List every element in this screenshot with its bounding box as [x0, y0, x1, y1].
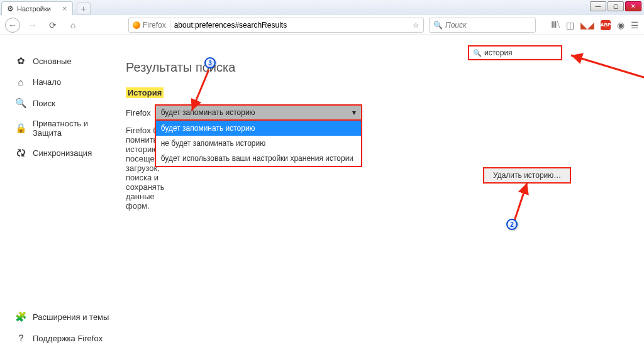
- window-controls: — ▢ ✕: [590, 1, 641, 11]
- url-input[interactable]: [174, 21, 409, 30]
- search-input[interactable]: [445, 21, 531, 30]
- content: ✿ Основные ⌂ Начало 🔍 Поиск 🔒 Приватност…: [0, 35, 644, 362]
- callout-arrow-1: [566, 50, 644, 82]
- forward-button[interactable]: →: [25, 18, 40, 33]
- sidebar-item-home[interactable]: ⌂ Начало: [15, 72, 113, 92]
- search-icon: 🔍: [433, 21, 443, 30]
- svg-line-0: [571, 55, 644, 79]
- sidebar-item-privacy[interactable]: 🔒 Приватность и Защита: [15, 114, 113, 143]
- pocket-icon[interactable]: ◣◢: [580, 20, 594, 30]
- main-pane: 🔍 история Результаты поиска История Fire…: [113, 35, 644, 362]
- dropdown-option[interactable]: будет использовать ваши настройки хранен…: [156, 151, 361, 166]
- chevron-down-icon: ▾: [352, 108, 356, 117]
- reload-button[interactable]: ⟳: [45, 18, 60, 33]
- section-title-history: История: [126, 87, 164, 98]
- svg-line-1: [514, 183, 527, 221]
- callout-arrow-3: [189, 67, 214, 117]
- search-icon: 🔍: [15, 97, 26, 109]
- maximize-button[interactable]: ▢: [608, 1, 624, 11]
- callout-arrow-2: [508, 180, 533, 224]
- titlebar: ⚙ Настройки × + — ▢ ✕: [0, 0, 644, 15]
- sidebar-item-sync[interactable]: 🗘 Синхронизация: [15, 143, 113, 163]
- pref-search-value: история: [484, 48, 513, 57]
- callout-3: 3: [204, 57, 216, 69]
- home-button[interactable]: ⌂: [65, 18, 80, 33]
- back-button[interactable]: ←: [5, 18, 20, 33]
- search-icon: 🔍: [473, 49, 482, 57]
- sidebar: ✿ Основные ⌂ Начало 🔍 Поиск 🔒 Приватност…: [0, 35, 113, 362]
- navbar: ← → ⟳ ⌂ Firefox ☆ 🔍 Ⅲ\ ◫ ◣◢ ABP ◉ ☰: [0, 15, 644, 35]
- svg-line-2: [192, 70, 209, 111]
- sidebar-item-support[interactable]: ？ Поддержка Firefox: [15, 327, 113, 349]
- question-icon: ？: [15, 332, 26, 344]
- library-icon[interactable]: Ⅲ\: [551, 19, 560, 30]
- sidebar-item-label: Синхронизация: [33, 148, 92, 158]
- sidebar-toggle-icon[interactable]: ◫: [566, 20, 574, 30]
- firefox-logo-icon: [133, 21, 140, 29]
- sidebar-item-label: Приватность и Защита: [33, 119, 113, 138]
- sidebar-item-label: Начало: [33, 77, 61, 87]
- home-icon: ⌂: [15, 77, 26, 87]
- callout-2: 2: [506, 219, 518, 230]
- abp-icon[interactable]: ABP: [601, 20, 611, 30]
- puzzle-icon: 🧩: [15, 311, 26, 322]
- dropdown-option[interactable]: не будет запоминать историю: [156, 136, 361, 151]
- close-window-button[interactable]: ✕: [625, 1, 641, 11]
- tab-close-icon[interactable]: ×: [62, 4, 67, 13]
- sidebar-item-label: Поддержка Firefox: [33, 334, 103, 343]
- sync-icon: 🗘: [15, 148, 26, 158]
- dropdown-option[interactable]: будет запоминать историю: [156, 121, 361, 136]
- lock-icon: 🔒: [15, 123, 26, 134]
- sidebar-item-label: Основные: [33, 57, 72, 66]
- sidebar-item-label: Поиск: [33, 99, 55, 108]
- history-dropdown[interactable]: будет запоминать историю ▾ будет запомин…: [155, 104, 362, 121]
- profile-icon[interactable]: ◉: [617, 20, 625, 30]
- identity-box[interactable]: Firefox: [133, 21, 170, 30]
- sidebar-item-search[interactable]: 🔍 Поиск: [15, 92, 113, 114]
- history-row-prefix: Firefox: [126, 108, 151, 118]
- search-bar[interactable]: 🔍: [429, 18, 536, 33]
- sidebar-item-general[interactable]: ✿ Основные: [15, 50, 113, 72]
- dropdown-button[interactable]: будет запоминать историю ▾: [155, 104, 362, 121]
- gear-icon: ✿: [15, 55, 26, 67]
- sidebar-item-label: Расширения и темы: [33, 312, 109, 322]
- dropdown-list: будет запоминать историю не будет запоми…: [155, 121, 362, 167]
- minimize-button[interactable]: —: [590, 1, 606, 11]
- bookmark-star-icon[interactable]: ☆: [413, 21, 419, 30]
- sidebar-item-extensions[interactable]: 🧩 Расширения и темы: [15, 306, 113, 327]
- browser-tab[interactable]: ⚙ Настройки ×: [1, 1, 73, 15]
- new-tab-button[interactable]: +: [77, 3, 91, 15]
- menu-icon[interactable]: ☰: [631, 20, 639, 30]
- url-bar[interactable]: Firefox ☆: [128, 18, 424, 33]
- identity-label: Firefox: [143, 21, 166, 30]
- tab-title: Настройки: [17, 5, 51, 13]
- gear-icon: ⚙: [7, 4, 14, 13]
- pref-search-box[interactable]: 🔍 история: [468, 45, 562, 60]
